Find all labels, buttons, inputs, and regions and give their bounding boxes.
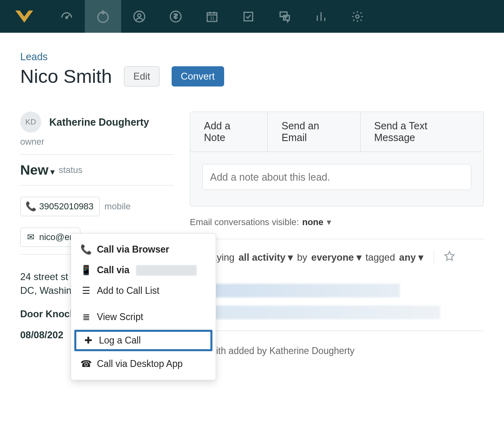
filter-activity[interactable]: all activity ▾ <box>239 252 293 263</box>
nav-settings[interactable] <box>339 0 376 33</box>
mobile-icon: 📱 <box>82 265 90 276</box>
star-icon <box>444 251 455 262</box>
call-dropdown: 📞 Call via Browser 📱 Call via ☰ Add to C… <box>71 233 216 380</box>
convert-button[interactable]: Convert <box>172 66 224 86</box>
caret-down-icon: ▾ <box>327 217 331 228</box>
svg-point-4 <box>138 14 141 17</box>
nav-deals[interactable] <box>158 0 194 33</box>
edit-button[interactable]: Edit <box>124 66 159 86</box>
desktop-phone-icon: ☎ <box>82 358 90 369</box>
divider <box>190 239 484 239</box>
filter-user[interactable]: everyone ▾ <box>311 252 361 263</box>
tab-add-note[interactable]: Add a Note <box>190 112 268 152</box>
dd-label: Call via <box>97 265 130 276</box>
logo[interactable] <box>0 11 48 23</box>
envelope-icon: ✉ <box>26 232 35 242</box>
phone-chip[interactable]: 📞 39052010983 <box>20 197 100 216</box>
email-visibility-row[interactable]: Email conversations visible: none ▾ <box>190 217 484 228</box>
status-label: status <box>59 165 82 175</box>
nav-tasks[interactable] <box>230 0 267 33</box>
list-icon: ☰ <box>82 285 90 296</box>
owner-name: Katherine Dougherty <box>49 116 149 128</box>
dd-label: Add to Call List <box>97 285 160 296</box>
dd-label: Call via Browser <box>97 244 169 255</box>
activity-tabs: Add a Note Send an Email Send a Text Mes… <box>190 112 484 152</box>
dd-label: Log a Call <box>99 335 141 346</box>
status-value: New <box>20 162 48 177</box>
note-input[interactable] <box>202 164 471 190</box>
email-value: nico@en <box>39 232 74 242</box>
dd-call-desktop[interactable]: ☎ Call via Desktop App <box>71 354 216 374</box>
dd-call-via[interactable]: 📱 Call via <box>71 260 216 280</box>
dd-label: View Script <box>97 312 143 322</box>
activity-item-redacted <box>190 306 440 319</box>
dd-log-call[interactable]: ✚ Log a Call <box>74 330 212 351</box>
email-vis-value: none <box>302 217 323 228</box>
email-vis-label: Email conversations visible: <box>190 217 299 228</box>
history-entry: co Smith added by Katherine Dougherty <box>190 346 484 356</box>
redacted <box>136 265 197 276</box>
nav-reports[interactable] <box>303 0 339 33</box>
dd-add-call-list[interactable]: ☰ Add to Call List <box>71 280 216 301</box>
nav-inbox[interactable] <box>267 0 303 33</box>
phone-icon: 📞 <box>26 201 35 212</box>
target-icon <box>96 10 110 23</box>
dd-view-script[interactable]: ≣ View Script <box>71 307 216 327</box>
phone-icon: 📞 <box>82 244 90 255</box>
dollar-icon <box>169 10 182 23</box>
nav-calendar[interactable]: 31 <box>194 0 230 33</box>
filter-tag[interactable]: any ▾ <box>399 252 423 263</box>
person-icon <box>133 10 146 23</box>
phone-number: 39052010983 <box>39 201 94 212</box>
star-button[interactable] <box>434 251 455 264</box>
phone-label: mobile <box>105 201 131 212</box>
nav-dashboard[interactable] <box>48 0 85 33</box>
dd-label: Call via Desktop App <box>97 358 183 369</box>
activity-list <box>190 284 484 319</box>
right-panel: Add a Note Send an Email Send a Text Mes… <box>190 112 484 356</box>
divider <box>190 331 484 331</box>
nav-leads[interactable] <box>85 0 121 33</box>
nav-contacts[interactable] <box>121 0 158 33</box>
chat-icon <box>278 10 292 23</box>
avatar: KD <box>20 112 41 133</box>
caret-down-icon: ▾ <box>48 167 55 176</box>
check-square-icon <box>242 10 255 23</box>
page-title: Nico Smith <box>20 65 112 87</box>
svg-point-9 <box>356 15 359 18</box>
divider <box>20 154 174 155</box>
plus-icon: ✚ <box>84 335 92 346</box>
activity-item-redacted <box>190 284 400 297</box>
calendar-icon: 31 <box>206 10 218 23</box>
note-panel <box>190 152 484 207</box>
top-nav: 31 <box>0 0 504 33</box>
tab-send-text[interactable]: Send a Text Message <box>361 112 483 152</box>
gauge-icon <box>60 10 73 23</box>
svg-point-2 <box>102 11 104 14</box>
filter-by-label: by <box>297 252 307 263</box>
bar-chart-icon <box>315 10 328 23</box>
gear-icon <box>351 10 364 23</box>
status-dropdown[interactable]: New ▾ <box>20 162 55 178</box>
activity-filter-row: Displaying all activity ▾ by everyone ▾ … <box>190 251 484 264</box>
breadcrumb[interactable]: Leads <box>20 51 484 63</box>
filter-tagged-label: tagged <box>365 252 395 263</box>
script-icon: ≣ <box>82 312 90 322</box>
tab-send-email[interactable]: Send an Email <box>268 112 360 152</box>
owner-label: owner <box>20 137 174 147</box>
divider <box>20 185 174 185</box>
svg-rect-8 <box>244 12 252 21</box>
dd-call-browser[interactable]: 📞 Call via Browser <box>71 239 216 260</box>
svg-text:31: 31 <box>210 16 215 21</box>
